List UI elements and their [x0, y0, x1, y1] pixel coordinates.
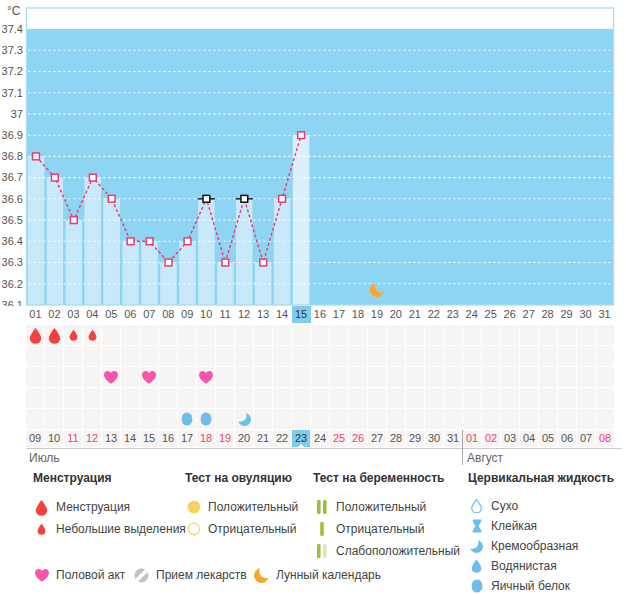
intercourse-row-cell[interactable]: [273, 367, 291, 387]
date-cell[interactable]: 11: [64, 430, 82, 447]
cervical-fluid-row-cell[interactable]: [159, 409, 177, 429]
date-cell[interactable]: 10: [45, 430, 63, 447]
cycle-day-31[interactable]: 31: [595, 306, 614, 323]
cycle-day-06[interactable]: 06: [121, 306, 140, 323]
medication-row-cell[interactable]: [330, 388, 348, 408]
date-cell[interactable]: 18: [197, 430, 215, 447]
medication-row-cell[interactable]: [197, 388, 215, 408]
medication-row-cell[interactable]: [482, 388, 500, 408]
intercourse-row-cell[interactable]: [596, 367, 614, 387]
medication-row-cell[interactable]: [387, 388, 405, 408]
cervical-fluid-row-cell[interactable]: [254, 409, 272, 429]
cycle-day-29[interactable]: 29: [557, 306, 576, 323]
ovulation-test-row-cell[interactable]: [330, 346, 348, 366]
medication-row-cell[interactable]: [558, 388, 576, 408]
ovulation-test-row-cell[interactable]: [520, 346, 538, 366]
date-cell[interactable]: 20: [235, 430, 253, 447]
cycle-day-20[interactable]: 20: [386, 306, 405, 323]
medication-row-cell[interactable]: [45, 388, 63, 408]
cervical-fluid-row-cell[interactable]: [501, 409, 519, 429]
cycle-day-27[interactable]: 27: [519, 306, 538, 323]
cycle-day-04[interactable]: 04: [83, 306, 102, 323]
menstruation-row-cell[interactable]: [596, 325, 614, 345]
medication-row-cell[interactable]: [425, 388, 443, 408]
menstruation-row-cell[interactable]: [558, 325, 576, 345]
cervical-fluid-row-cell[interactable]: [558, 409, 576, 429]
cycle-day-08[interactable]: 08: [159, 306, 178, 323]
medication-row-cell[interactable]: [463, 388, 481, 408]
intercourse-row-cell[interactable]: [501, 367, 519, 387]
menstruation-row-cell[interactable]: [311, 325, 329, 345]
date-cell[interactable]: 21: [254, 430, 272, 447]
ovulation-test-row-cell[interactable]: [273, 346, 291, 366]
menstruation-row-cell[interactable]: [26, 325, 44, 345]
cycle-day-16[interactable]: 16: [311, 306, 330, 323]
date-cell[interactable]: 16: [159, 430, 177, 447]
intercourse-row-cell[interactable]: [577, 367, 595, 387]
menstruation-row-cell[interactable]: [121, 325, 139, 345]
date-cell[interactable]: 03: [501, 430, 519, 447]
ovulation-test-row-cell[interactable]: [254, 346, 272, 366]
cervical-fluid-row-cell[interactable]: [539, 409, 557, 429]
date-cell[interactable]: 08: [596, 430, 614, 447]
menstruation-row-cell[interactable]: [501, 325, 519, 345]
date-cell[interactable]: 31: [444, 430, 462, 447]
medication-row-cell[interactable]: [292, 388, 310, 408]
medication-row-cell[interactable]: [368, 388, 386, 408]
cycle-day-11[interactable]: 11: [216, 306, 235, 323]
cervical-fluid-row-cell[interactable]: [102, 409, 120, 429]
medication-row-cell[interactable]: [311, 388, 329, 408]
intercourse-row-cell[interactable]: [102, 367, 120, 387]
intercourse-row-cell[interactable]: [482, 367, 500, 387]
medication-row-cell[interactable]: [596, 388, 614, 408]
intercourse-row-cell[interactable]: [216, 367, 234, 387]
cervical-fluid-row-cell[interactable]: [425, 409, 443, 429]
ovulation-test-row-cell[interactable]: [292, 346, 310, 366]
medication-row-cell[interactable]: [121, 388, 139, 408]
menstruation-row-cell[interactable]: [368, 325, 386, 345]
menstruation-row-cell[interactable]: [216, 325, 234, 345]
ovulation-test-row-cell[interactable]: [216, 346, 234, 366]
medication-row-cell[interactable]: [83, 388, 101, 408]
cycle-day-14[interactable]: 14: [273, 306, 292, 323]
cycle-day-28[interactable]: 28: [538, 306, 557, 323]
temperature-chart[interactable]: °C37.437.337.237.13736.936.836.736.636.5…: [0, 0, 626, 306]
ovulation-test-row-cell[interactable]: [406, 346, 424, 366]
menstruation-row-cell[interactable]: [387, 325, 405, 345]
medication-row-cell[interactable]: [444, 388, 462, 408]
menstruation-row-cell[interactable]: [482, 325, 500, 345]
date-cell[interactable]: 17: [178, 430, 196, 447]
date-cell[interactable]: 22: [273, 430, 291, 447]
medication-row-cell[interactable]: [520, 388, 538, 408]
cycle-day-12[interactable]: 12: [235, 306, 254, 323]
menstruation-row-cell[interactable]: [102, 325, 120, 345]
cervical-fluid-row-cell[interactable]: [235, 409, 253, 429]
cycle-day-19[interactable]: 19: [367, 306, 386, 323]
ovulation-test-row-cell[interactable]: [501, 346, 519, 366]
menstruation-row-cell[interactable]: [235, 325, 253, 345]
cycle-day-24[interactable]: 24: [462, 306, 481, 323]
cervical-fluid-row-cell[interactable]: [482, 409, 500, 429]
medication-row-cell[interactable]: [406, 388, 424, 408]
cervical-fluid-row-cell[interactable]: [140, 409, 158, 429]
date-cell[interactable]: 28: [387, 430, 405, 447]
intercourse-row-cell[interactable]: [311, 367, 329, 387]
cycle-day-23[interactable]: 23: [443, 306, 462, 323]
cervical-fluid-row-cell[interactable]: [26, 409, 44, 429]
cervical-fluid-row-cell[interactable]: [64, 409, 82, 429]
cervical-fluid-row-cell[interactable]: [444, 409, 462, 429]
ovulation-test-row-cell[interactable]: [463, 346, 481, 366]
cervical-fluid-row-cell[interactable]: [596, 409, 614, 429]
intercourse-row-cell[interactable]: [463, 367, 481, 387]
date-cell[interactable]: 26: [349, 430, 367, 447]
intercourse-row-cell[interactable]: [539, 367, 557, 387]
cervical-fluid-row-cell[interactable]: [197, 409, 215, 429]
intercourse-row-cell[interactable]: [330, 367, 348, 387]
intercourse-row-cell[interactable]: [425, 367, 443, 387]
medication-row-cell[interactable]: [216, 388, 234, 408]
ovulation-test-row-cell[interactable]: [26, 346, 44, 366]
menstruation-row-cell[interactable]: [349, 325, 367, 345]
menstruation-row-cell[interactable]: [83, 325, 101, 345]
menstruation-row-cell[interactable]: [292, 325, 310, 345]
date-cell[interactable]: 06: [558, 430, 576, 447]
